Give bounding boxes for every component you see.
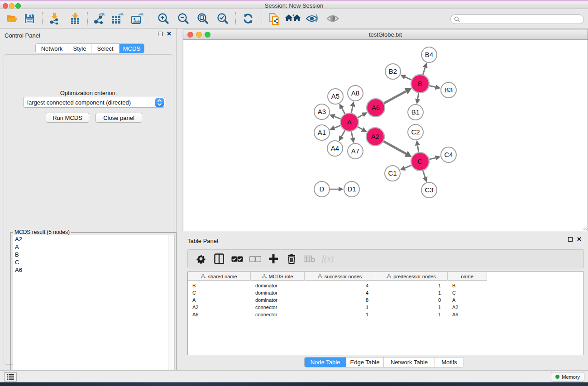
network-edge-B-B2[interactable] (405, 77, 412, 80)
cell-predecessor-nodes[interactable]: 1 (375, 304, 448, 311)
tab-mcds[interactable]: MCDS (120, 44, 144, 53)
network-node-B[interactable]: B (411, 75, 429, 93)
cell-MCDS-role[interactable]: dominator (251, 282, 305, 289)
column-header-shared-name[interactable]: shared name (188, 272, 251, 281)
resize-grip-icon[interactable] (581, 224, 587, 230)
table-row[interactable]: Bdominator41B (188, 282, 583, 289)
network-node-B4[interactable]: B4 (421, 47, 437, 62)
select-all-columns-button[interactable] (231, 253, 243, 265)
create-column-button[interactable] (268, 253, 279, 265)
cell-successor-nodes[interactable]: 4 (305, 289, 375, 296)
cell-shared-name[interactable]: A6 (188, 311, 251, 318)
network-node-A6[interactable]: A6 (367, 99, 385, 117)
run-mcds-button[interactable]: Run MCDS (46, 113, 89, 123)
tab-network-table[interactable]: Network Table (384, 357, 435, 367)
network-edge-A-A4[interactable] (341, 130, 345, 137)
cell-predecessor-nodes[interactable]: 0 (375, 296, 448, 304)
network-node-C1[interactable]: C1 (385, 166, 400, 181)
network-node-A7[interactable]: A7 (348, 143, 363, 159)
tab-edge-table[interactable]: Edge Table (346, 357, 384, 367)
export-table-button[interactable] (109, 10, 126, 27)
cell-successor-nodes[interactable]: 4 (305, 282, 375, 289)
tab-node-table[interactable]: Node Table (305, 357, 346, 367)
table-settings-button[interactable] (195, 253, 207, 265)
network-node-A[interactable]: A (340, 113, 359, 131)
network-edge-A-A1[interactable] (335, 125, 341, 128)
network-edge-C-C4[interactable] (429, 158, 435, 160)
tab-network[interactable]: Network (36, 44, 68, 53)
zoom-fit-button[interactable] (194, 10, 211, 27)
memory-button[interactable]: Memory (551, 372, 584, 381)
table-row[interactable]: Cdominator41C (188, 289, 583, 296)
save-session-button[interactable] (21, 10, 38, 27)
hide-selected-button[interactable] (304, 10, 321, 27)
result-list-item[interactable]: A (13, 243, 174, 251)
network-edge-A-A7[interactable] (351, 131, 353, 138)
cell-shared-name[interactable]: B (188, 282, 251, 289)
column-header-MCDS-role[interactable]: MCDS role (251, 272, 305, 281)
cell-successor-nodes[interactable]: 1 (305, 304, 375, 311)
task-history-button[interactable] (4, 372, 17, 381)
network-edge-A-A6[interactable] (358, 115, 363, 118)
network-node-D1[interactable]: D1 (344, 181, 359, 197)
open-session-button[interactable] (4, 10, 21, 27)
cell-name[interactable]: B (448, 282, 487, 289)
network-edge-A-A2[interactable] (357, 127, 362, 129)
float-table-panel-icon[interactable] (568, 237, 573, 242)
zoom-in-button[interactable] (155, 10, 172, 27)
tab-select[interactable]: Select (91, 44, 120, 53)
network-edge-C-C2[interactable] (418, 145, 419, 152)
table-row[interactable]: A2connector11A2 (188, 304, 583, 311)
network-node-A5[interactable]: A5 (328, 89, 343, 104)
table-row[interactable]: Adominator80A (188, 296, 583, 304)
import-network-button[interactable] (46, 10, 63, 27)
cell-MCDS-role[interactable]: connector (251, 304, 305, 311)
network-node-A8[interactable]: A8 (348, 86, 363, 101)
network-edge-B-B1[interactable] (418, 93, 419, 99)
result-list-item[interactable]: C (13, 258, 174, 266)
network-edge-A-A5[interactable] (342, 108, 345, 114)
network-edge-C-C3[interactable] (423, 170, 425, 177)
network-edge-B-B4[interactable] (423, 67, 425, 75)
zoom-selected-button[interactable] (214, 10, 231, 27)
network-canvas-svg[interactable]: B4B2BB3A5A8A6B1A3AC2A1A2A4A7CC4C1C3DD1 (183, 40, 588, 231)
optimization-criterion-select[interactable]: largest connected component (directed) (23, 97, 165, 108)
cell-successor-nodes[interactable]: 8 (305, 296, 375, 304)
network-node-C2[interactable]: C2 (408, 124, 423, 140)
apply-layout-button[interactable] (239, 10, 257, 27)
function-builder-button[interactable]: f(x) (322, 253, 334, 265)
network-node-C[interactable]: C (411, 152, 429, 171)
cell-predecessor-nodes[interactable]: 1 (375, 311, 448, 318)
network-edge-A-A3[interactable] (335, 116, 341, 119)
tab-motifs[interactable]: Motifs (435, 357, 464, 367)
network-node-A3[interactable]: A3 (314, 104, 330, 119)
network-edge-A-A8[interactable] (351, 106, 353, 113)
result-list-item[interactable]: A6 (13, 266, 174, 274)
close-table-panel-icon[interactable]: ✕ (577, 237, 582, 242)
cell-name[interactable]: A6 (448, 311, 487, 318)
cell-MCDS-role[interactable]: dominator (251, 296, 305, 304)
cell-predecessor-nodes[interactable]: 1 (375, 282, 448, 289)
delete-column-button[interactable] (286, 253, 297, 265)
network-node-C4[interactable]: C4 (441, 147, 456, 162)
cell-name[interactable]: A (448, 296, 487, 304)
export-image-button[interactable] (129, 10, 146, 27)
network-window-titlebar[interactable]: testGlobe.txt (183, 29, 588, 40)
cell-MCDS-role[interactable]: dominator (251, 289, 305, 296)
column-header-name[interactable]: name (448, 272, 487, 281)
network-node-D[interactable]: D (314, 181, 330, 197)
cell-name[interactable]: A2 (448, 304, 487, 311)
new-network-from-selection-button[interactable] (266, 10, 283, 27)
network-node-A2[interactable]: A2 (366, 128, 384, 146)
network-node-C3[interactable]: C3 (421, 182, 437, 198)
table-row[interactable]: A6connector11A6 (188, 311, 583, 318)
network-edge-B-B3[interactable] (429, 86, 436, 87)
first-neighbors-button[interactable] (284, 10, 301, 27)
import-table-button[interactable] (67, 10, 84, 27)
result-list-item[interactable]: A2 (13, 235, 174, 243)
network-edge-A6-B[interactable] (384, 91, 406, 104)
deselect-all-columns-button[interactable] (249, 253, 261, 265)
network-node-A1[interactable]: A1 (314, 125, 330, 140)
network-edge-C-C1[interactable] (405, 165, 411, 168)
cell-shared-name[interactable]: C (188, 289, 251, 296)
